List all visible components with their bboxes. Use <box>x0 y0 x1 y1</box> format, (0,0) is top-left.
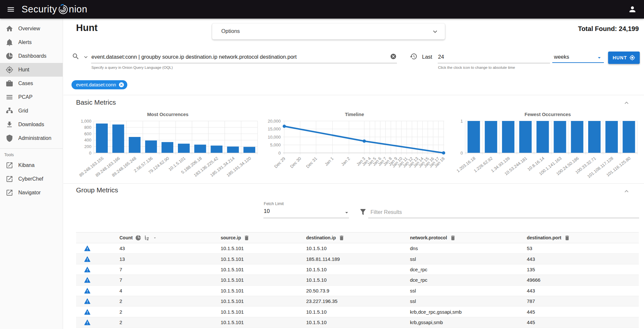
sidebar-item-label: Navigator <box>18 190 40 196</box>
column-header-network-protocol[interactable]: network.protocol <box>401 235 518 241</box>
svg-text:10,000: 10,000 <box>268 135 281 140</box>
menu-icon[interactable] <box>7 5 15 14</box>
table-row[interactable]: 210.1.5.10123.227.196.35ssl787 <box>76 296 639 307</box>
table-cell: 53 <box>518 246 639 251</box>
sidebar-item-grid[interactable]: Grid <box>0 104 63 118</box>
sidebar-item-hunt[interactable]: Hunt <box>0 63 63 77</box>
trash-icon[interactable] <box>243 235 250 241</box>
trash-icon[interactable] <box>564 235 570 241</box>
chart-title: Fewest Occurrences <box>456 112 639 118</box>
user-account-icon[interactable] <box>628 5 637 14</box>
table-row[interactable]: 1310.1.5.101185.81.114.189ssl443 <box>76 254 639 264</box>
table-row[interactable]: 710.1.5.10110.1.5.10dce_rpc49666 <box>76 275 639 285</box>
warning-triangle-icon[interactable] <box>84 277 91 283</box>
pie-chart-icon <box>6 52 13 60</box>
sidebar-item-alerts[interactable]: Alerts <box>0 36 63 49</box>
table-cell: dns <box>401 246 518 251</box>
table-cell: dce_rpc <box>401 267 518 272</box>
filter-chip[interactable]: event.dataset:conn <box>71 80 127 89</box>
column-label: network.protocol <box>410 235 447 240</box>
warning-triangle-icon[interactable] <box>84 287 91 294</box>
hunt-button[interactable]: HUNT <box>608 52 640 64</box>
table-cell: 10.1.5.10 <box>298 246 401 251</box>
svg-text:5,000: 5,000 <box>270 142 281 147</box>
trash-icon[interactable] <box>338 235 345 241</box>
chart-title: Timeline <box>263 112 446 118</box>
svg-text:Dec 29: Dec 29 <box>273 156 286 169</box>
column-header-source-ip[interactable]: source.ip <box>212 235 298 241</box>
shield-icon <box>6 134 13 142</box>
unit-underline <box>552 62 604 63</box>
lan-icon <box>6 107 13 115</box>
caret-down-icon[interactable] <box>153 236 157 240</box>
column-header-destination-port[interactable]: destination.port <box>518 235 639 241</box>
list-icon <box>6 93 13 101</box>
table-cell: 445 <box>518 309 639 315</box>
table-cell: 10.1.5.10 <box>298 277 401 283</box>
search-icon[interactable] <box>72 52 80 60</box>
warning-triangle-icon[interactable] <box>84 256 91 262</box>
trash-icon[interactable] <box>450 235 456 241</box>
sankey-icon[interactable] <box>144 235 150 241</box>
sidebar-item-overview[interactable]: Overview <box>0 22 63 36</box>
svg-text:800: 800 <box>84 125 91 130</box>
table-cell: ssl <box>401 298 518 304</box>
table-cell: 443 <box>518 256 639 262</box>
sidebar-item-label: Overview <box>18 26 40 32</box>
crosshairs-icon <box>629 55 635 61</box>
table-cell: krb,dce_rpc,gssapi,smb <box>401 309 518 315</box>
warning-triangle-icon[interactable] <box>84 308 91 315</box>
warning-triangle-icon[interactable] <box>84 266 91 273</box>
filter-results-input[interactable]: Filter Results <box>370 209 402 215</box>
sidebar-item-cyberchef[interactable]: CyberChef <box>0 172 63 186</box>
home-icon <box>6 25 13 33</box>
remove-filter-icon[interactable] <box>118 82 124 88</box>
warning-triangle-icon[interactable] <box>84 245 91 252</box>
chart-canvas: 011.203.16.181.226.62.921.34.93.13910.53… <box>456 118 639 182</box>
column-header-Count[interactable]: Count <box>111 235 212 241</box>
table-cell: 7 <box>111 267 212 272</box>
pie-chart-icon[interactable] <box>135 235 141 241</box>
fetch-limit-select[interactable]: 10 <box>264 208 270 214</box>
table-row[interactable]: 4310.1.5.10110.1.5.10dns53 <box>76 243 639 254</box>
table-row[interactable]: 710.1.5.10110.1.5.10dce_rpc135 <box>76 264 639 275</box>
history-clock-icon[interactable] <box>410 52 417 60</box>
options-label: Options <box>221 28 240 34</box>
sidebar-item-dashboards[interactable]: Dashboards <box>0 49 63 63</box>
column-header-destination-ip[interactable]: destination.ip <box>298 235 401 241</box>
warning-triangle-icon[interactable] <box>84 319 91 326</box>
svg-text:Jan 2: Jan 2 <box>340 156 351 167</box>
sidebar-item-downloads[interactable]: Downloads <box>0 118 63 131</box>
chevron-down-icon[interactable] <box>431 28 439 36</box>
sidebar-item-administration[interactable]: Administration <box>0 131 63 145</box>
download-icon <box>6 121 13 128</box>
query-helper-text: Specify a query in Onion Query Language … <box>91 66 173 69</box>
time-helper-text: Click the clock icon to change to absolu… <box>438 66 515 69</box>
caret-down-icon[interactable] <box>343 209 350 216</box>
sidebar-item-pcap[interactable]: PCAP <box>0 90 63 104</box>
warning-triangle-icon[interactable] <box>84 298 91 305</box>
table-row[interactable]: 210.1.5.10110.1.5.10krb,dce_rpc,gssapi,s… <box>76 307 639 317</box>
sidebar-item-navigator[interactable]: Navigator <box>0 186 63 200</box>
table-row[interactable]: 410.1.5.10120.50.73.9ssl443 <box>76 286 639 296</box>
svg-text:600: 600 <box>84 131 91 136</box>
collapse-group-icon[interactable] <box>623 187 630 195</box>
table-cell: 185.81.114.189 <box>298 256 401 262</box>
table-cell: 20.50.73.9 <box>298 288 401 293</box>
collapse-basic-icon[interactable] <box>623 99 630 107</box>
svg-text:Dec 30: Dec 30 <box>289 156 302 169</box>
sidebar-item-cases[interactable]: Cases <box>0 77 63 90</box>
query-history-chevron-icon[interactable] <box>83 54 89 60</box>
sidebar-item-label: Grid <box>18 108 28 114</box>
hunt-button-label: HUNT <box>613 55 627 60</box>
table-row[interactable]: 210.1.5.10110.1.5.10krb,gssapi,smb445 <box>76 317 639 328</box>
clear-query-icon[interactable] <box>390 53 397 60</box>
options-panel[interactable]: Options <box>212 23 445 39</box>
bell-icon <box>6 38 13 46</box>
query-input[interactable]: event.dataset:conn | groupby source.ip d… <box>91 54 297 60</box>
chart-title: Most Occurrences <box>76 112 259 118</box>
sidebar-item-kibana[interactable]: Kibana <box>0 158 63 172</box>
time-unit-select[interactable]: weeks <box>554 54 569 60</box>
time-value-input[interactable]: 24 <box>438 54 444 60</box>
caret-down-icon[interactable] <box>596 54 603 61</box>
